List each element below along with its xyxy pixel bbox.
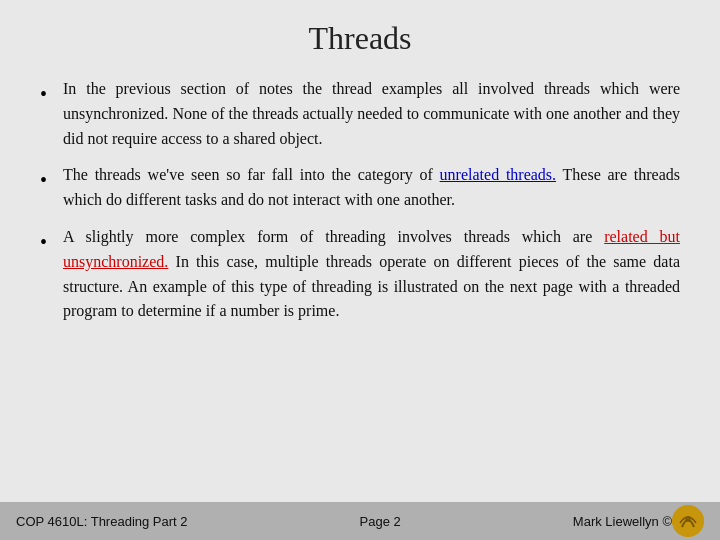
slide-body: Threads • In the previous section of not… bbox=[0, 0, 720, 502]
list-item: • A slightly more complex form of thread… bbox=[40, 225, 680, 324]
bullet-dot: • bbox=[40, 79, 47, 109]
footer-page: Page 2 bbox=[360, 514, 401, 529]
bullet-dot: • bbox=[40, 165, 47, 195]
logo-icon bbox=[672, 505, 704, 537]
unrelated-threads-link: unrelated threads. bbox=[440, 166, 556, 183]
slide: Threads • In the previous section of not… bbox=[0, 0, 720, 540]
bullet-text-1: In the previous section of notes the thr… bbox=[63, 77, 680, 151]
footer-logo bbox=[672, 505, 704, 537]
list-item: • The threads we've seen so far fall int… bbox=[40, 163, 680, 213]
slide-title: Threads bbox=[40, 20, 680, 57]
related-unsync-text: related but unsynchronized. bbox=[63, 228, 680, 270]
bullet-dot: • bbox=[40, 227, 47, 257]
footer-right-group: Mark Liewellyn © bbox=[573, 505, 704, 537]
bullet-text-3: A slightly more complex form of threadin… bbox=[63, 225, 680, 324]
bullet-text-2: The threads we've seen so far fall into … bbox=[63, 163, 680, 213]
footer-author: Mark Liewellyn © bbox=[573, 514, 672, 529]
bullet-list: • In the previous section of notes the t… bbox=[40, 77, 680, 492]
list-item: • In the previous section of notes the t… bbox=[40, 77, 680, 151]
svg-point-1 bbox=[685, 516, 691, 522]
footer-course: COP 4610L: Threading Part 2 bbox=[16, 514, 188, 529]
slide-footer: COP 4610L: Threading Part 2 Page 2 Mark … bbox=[0, 502, 720, 540]
